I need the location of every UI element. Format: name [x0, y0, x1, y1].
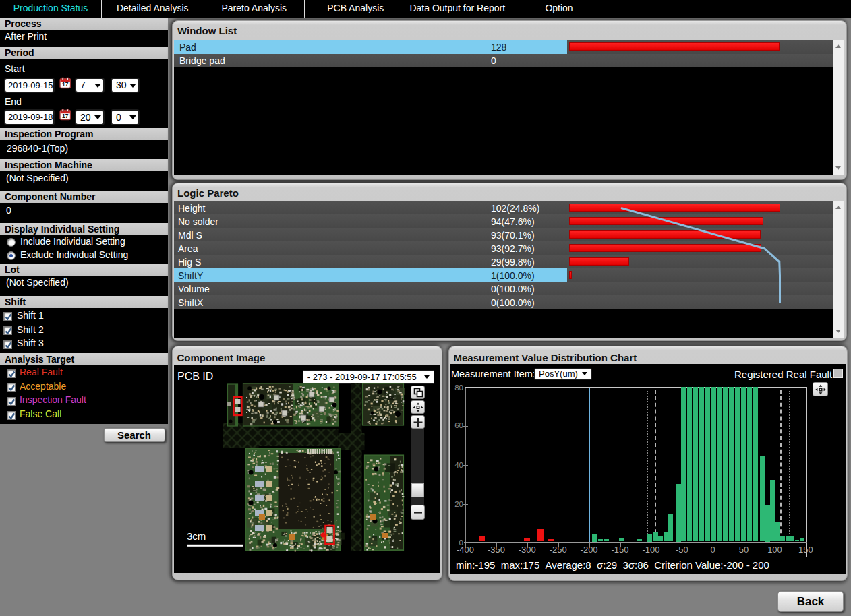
svg-text:17: 17 [62, 81, 69, 88]
svg-text:17: 17 [62, 113, 69, 119]
